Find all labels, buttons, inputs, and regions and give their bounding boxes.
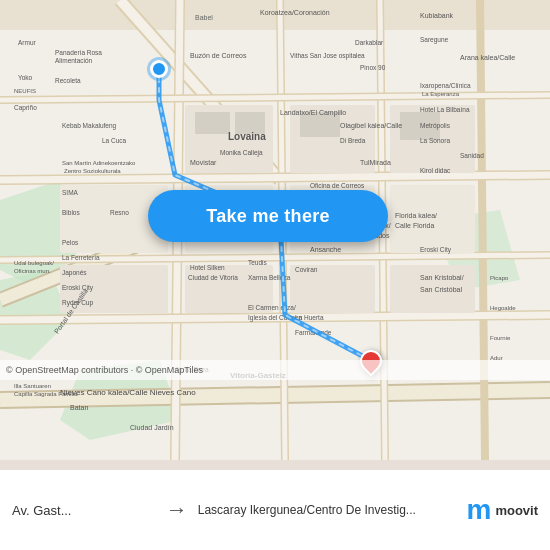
svg-text:La Cuca: La Cuca (102, 137, 127, 144)
svg-text:Movistar: Movistar (190, 159, 217, 166)
svg-text:TulMirada: TulMirada (360, 159, 391, 166)
svg-text:Kirol didac: Kirol didac (420, 167, 451, 174)
svg-text:Picapo: Picapo (490, 275, 509, 281)
svg-text:SIMA: SIMA (62, 189, 79, 196)
svg-text:Recoleta: Recoleta (55, 77, 81, 84)
svg-text:Yoko: Yoko (18, 74, 33, 81)
svg-text:Landatxo/El Campillo: Landatxo/El Campillo (280, 109, 346, 117)
svg-text:Eroski City: Eroski City (62, 284, 94, 292)
start-location-dot (150, 60, 168, 78)
moovit-m-letter: m (466, 496, 491, 524)
svg-text:San Martín Adinekoentzako: San Martín Adinekoentzako (62, 160, 136, 166)
svg-text:Lovaina: Lovaina (228, 131, 266, 142)
svg-text:Pelos: Pelos (62, 239, 79, 246)
svg-text:Pinox 90: Pinox 90 (360, 64, 386, 71)
svg-text:Arana kalea/Calle: Arana kalea/Calle (460, 54, 515, 61)
direction-arrow-icon: → (166, 497, 188, 523)
svg-text:Zentro Soziokulturala: Zentro Soziokulturala (64, 168, 121, 174)
svg-text:El Carmen eliza/: El Carmen eliza/ (248, 304, 296, 311)
app-container: Babel Koroatzea/Coronación Kubiabank Sar… (0, 0, 550, 550)
svg-text:La Ferretería: La Ferretería (62, 254, 100, 261)
map-copyright: © OpenStreetMap contributors · © OpenMap… (0, 360, 550, 380)
svg-text:Batan: Batan (70, 404, 88, 411)
svg-text:Xarma Belleza: Xarma Belleza (248, 274, 291, 281)
svg-text:Kubiabank: Kubiabank (420, 12, 454, 19)
svg-line-22 (0, 175, 550, 180)
bottom-navigation-bar: Av. Gast... → Lascaray Ikergunea/Centro … (0, 470, 550, 550)
svg-text:Ixaropena/Clínica: Ixaropena/Clínica (420, 82, 471, 90)
svg-text:Di Breda: Di Breda (340, 137, 366, 144)
svg-text:Monika Calleja: Monika Calleja (220, 149, 263, 157)
take-me-there-button[interactable]: Take me there (148, 190, 388, 242)
destination-label: Lascaray Ikergunea/Centro De Investig... (198, 503, 457, 517)
copyright-text: © OpenStreetMap contributors · © OpenMap… (6, 365, 203, 375)
svg-text:Hegoalde: Hegoalde (490, 305, 516, 311)
origin-label: Av. Gast... (12, 503, 156, 518)
destination-info: Lascaray Ikergunea/Centro De Investig... (198, 503, 457, 517)
svg-text:Udal bulegoak/: Udal bulegoak/ (14, 260, 54, 266)
svg-text:Japonés: Japonés (62, 269, 87, 277)
svg-text:Panadería Rosa: Panadería Rosa (55, 49, 102, 56)
svg-text:Koroatzea/Coronación: Koroatzea/Coronación (260, 9, 330, 16)
svg-text:Babel: Babel (195, 14, 213, 21)
svg-text:Oficinas mun.: Oficinas mun. (14, 268, 51, 274)
svg-text:Vithas San Jose ospitalea: Vithas San Jose ospitalea (290, 52, 365, 60)
svg-text:San Kristobal/: San Kristobal/ (420, 274, 464, 281)
svg-text:Fournie: Fournie (490, 335, 511, 341)
svg-text:La Huerta: La Huerta (295, 314, 324, 321)
svg-text:Sanidad: Sanidad (460, 152, 484, 159)
take-me-there-label: Take me there (206, 206, 330, 227)
svg-text:NEUFIS: NEUFIS (14, 88, 36, 94)
svg-text:Farmakunde: Farmakunde (295, 329, 332, 336)
svg-line-18 (480, 0, 485, 460)
svg-text:Teudis: Teudis (248, 259, 268, 266)
svg-text:Calle Florida: Calle Florida (395, 222, 434, 229)
svg-text:La Esperanza: La Esperanza (422, 91, 460, 97)
svg-text:Olagibel kalea/Calle: Olagibel kalea/Calle (340, 122, 402, 130)
svg-text:La Sonora: La Sonora (420, 137, 450, 144)
svg-text:Saregune: Saregune (420, 36, 449, 44)
map-area[interactable]: Babel Koroatzea/Coronación Kubiabank Sar… (0, 0, 550, 460)
svg-text:Illa Santuaren: Illa Santuaren (14, 383, 51, 389)
svg-rect-32 (390, 185, 475, 253)
svg-text:Ciudad Jardín: Ciudad Jardín (130, 424, 174, 431)
svg-text:Oficina de Correos: Oficina de Correos (310, 182, 365, 189)
svg-text:Eroski City: Eroski City (420, 246, 452, 254)
svg-text:Hotel La Bilbaína: Hotel La Bilbaína (420, 106, 470, 113)
svg-text:Florida kalea/: Florida kalea/ (395, 212, 437, 219)
svg-text:Alimentación: Alimentación (55, 57, 93, 64)
svg-text:Ansanche: Ansanche (310, 246, 341, 253)
moovit-logo: m moovit (466, 496, 538, 524)
svg-rect-38 (195, 112, 230, 134)
origin-info: Av. Gast... (12, 503, 156, 518)
svg-text:Kebab Makalufeng: Kebab Makalufeng (62, 122, 117, 130)
svg-text:Darkablar: Darkablar (355, 39, 384, 46)
svg-text:Biblos: Biblos (62, 209, 80, 216)
svg-text:Hotel Silken: Hotel Silken (190, 264, 225, 271)
svg-text:Resno: Resno (110, 209, 129, 216)
svg-text:Armur: Armur (18, 39, 37, 46)
svg-text:Buzón de Correos: Buzón de Correos (190, 52, 247, 59)
moovit-brand-text: moovit (495, 503, 538, 518)
svg-text:Capriño: Capriño (14, 104, 37, 112)
svg-text:Coviran: Coviran (295, 266, 318, 273)
svg-text:Nieves Cano kalea/Calle Nieves: Nieves Cano kalea/Calle Nieves Cano (60, 388, 196, 397)
svg-text:Ciudad de Vitoria: Ciudad de Vitoria (188, 274, 238, 281)
svg-text:Metrópolis: Metrópolis (420, 122, 451, 130)
svg-text:San Cristóbal: San Cristóbal (420, 286, 462, 293)
